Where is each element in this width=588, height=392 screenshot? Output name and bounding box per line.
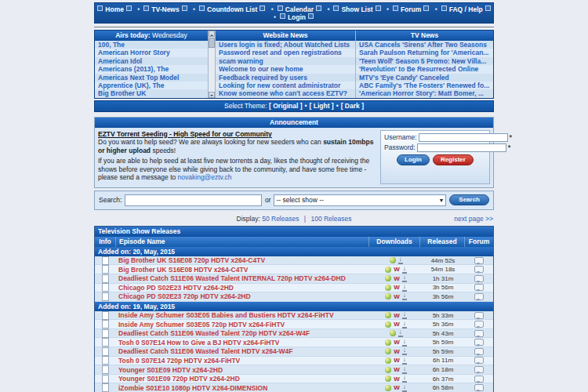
scroll-thumb[interactable] xyxy=(209,38,215,48)
mirror-icon[interactable] xyxy=(394,376,400,383)
episode-link[interactable]: Big Brother UK S16E08 720p HDTV x264-C4T… xyxy=(118,256,265,264)
scroll-down-icon[interactable] xyxy=(209,92,215,98)
magnet-icon[interactable] xyxy=(385,312,391,318)
episode-link[interactable]: Inside Amy Schumer S03E05 720p HDTV x264… xyxy=(118,321,285,328)
download-icon[interactable] xyxy=(398,329,403,337)
info-page-icon[interactable] xyxy=(102,265,109,274)
episode-link[interactable]: Deadliest Catch S11E06 Wasted Talent HDT… xyxy=(118,347,293,355)
download-icon[interactable] xyxy=(402,292,407,300)
magnet-icon[interactable] xyxy=(385,348,391,354)
display-100-link[interactable]: 100 Releases xyxy=(310,215,351,223)
show-link[interactable]: Americas Next Top Model xyxy=(95,74,208,82)
magnet-icon[interactable] xyxy=(385,321,391,328)
download-icon[interactable] xyxy=(402,339,407,347)
scroll-up-icon[interactable] xyxy=(209,31,215,37)
download-icon[interactable] xyxy=(402,311,407,319)
mirror-icon[interactable] xyxy=(394,348,400,355)
download-icon[interactable] xyxy=(398,256,403,264)
mirror-icon[interactable] xyxy=(394,275,400,282)
info-page-icon[interactable] xyxy=(102,375,109,383)
info-page-icon[interactable] xyxy=(102,274,109,283)
tv-news-link[interactable]: USA Cancels 'Sirens' After Two Seasons xyxy=(356,41,493,49)
magnet-icon[interactable] xyxy=(385,358,391,364)
tv-news-link[interactable]: Sarah Paulson Returning for 'American... xyxy=(356,49,493,56)
info-page-icon[interactable] xyxy=(102,320,109,328)
register-button[interactable]: Register xyxy=(433,154,474,165)
nav-item[interactable]: Countdown List xyxy=(191,5,267,13)
magnet-icon[interactable] xyxy=(385,275,391,281)
mirror-icon[interactable] xyxy=(394,366,400,373)
info-page-icon[interactable] xyxy=(102,383,109,392)
episode-link[interactable]: Younger S01E09 HDTV x264-2HD xyxy=(118,366,223,374)
download-icon[interactable] xyxy=(402,274,407,282)
username-field[interactable] xyxy=(419,133,508,142)
forum-comment-icon[interactable] xyxy=(474,284,484,291)
forum-comment-icon[interactable] xyxy=(474,376,484,383)
nav-item[interactable]: Forum xyxy=(385,5,431,13)
tv-news-link[interactable]: MTV's 'Eye Candy' Canceled xyxy=(356,74,493,82)
forum-comment-icon[interactable] xyxy=(474,366,484,373)
episode-link[interactable]: iZombie S01E10 1080p HDTV X264-DIMENSION xyxy=(118,384,267,392)
info-page-icon[interactable] xyxy=(102,311,109,320)
magnet-icon[interactable] xyxy=(385,339,391,346)
mirror-icon[interactable] xyxy=(394,266,400,273)
info-page-icon[interactable] xyxy=(102,256,109,265)
news-link[interactable]: Know someone who can't access EZTV? xyxy=(216,89,355,97)
info-page-icon[interactable] xyxy=(102,356,109,365)
theme-link[interactable]: [ Original ] xyxy=(269,103,303,110)
tv-news-link[interactable]: 'American Horror Story': Matt Bomer, ... xyxy=(356,89,493,97)
theme-link[interactable]: [ Dark ] xyxy=(334,103,364,110)
episode-link[interactable]: Chicago PD S02E23 HDTV x264-2HD xyxy=(118,284,234,292)
theme-link[interactable]: [ Light ] xyxy=(303,103,334,110)
info-page-icon[interactable] xyxy=(102,338,109,347)
show-link[interactable]: Apprentice (UK), The xyxy=(95,82,208,89)
nav-item[interactable]: TV-News xyxy=(136,5,189,13)
magnet-icon[interactable] xyxy=(390,330,396,336)
download-icon[interactable] xyxy=(402,357,407,365)
forum-comment-icon[interactable] xyxy=(474,339,484,346)
show-select[interactable]: -- select show -- ▼ xyxy=(274,194,446,206)
show-link[interactable]: 100, The xyxy=(95,41,208,49)
info-page-icon[interactable] xyxy=(102,292,109,301)
episode-link[interactable]: Chicago PD S02E23 720p HDTV x264-2HD xyxy=(118,292,251,300)
show-link[interactable]: American Idol xyxy=(95,57,208,65)
news-link[interactable]: Welcome to our new home xyxy=(216,65,355,73)
login-button[interactable]: Login xyxy=(397,154,430,165)
news-link[interactable]: Users login is fixed; About Watched List… xyxy=(216,41,355,49)
nav-item[interactable]: Home xyxy=(95,5,134,13)
info-page-icon[interactable] xyxy=(102,347,109,356)
nav-item[interactable]: Calendar xyxy=(270,5,324,13)
forum-comment-icon[interactable] xyxy=(474,266,484,273)
nav-item[interactable]: Login xyxy=(272,13,316,21)
magnet-icon[interactable] xyxy=(385,376,391,382)
nav-item[interactable]: FAQ / Help xyxy=(434,5,493,13)
download-icon[interactable] xyxy=(402,321,407,328)
show-link[interactable]: Big Brother UK xyxy=(95,89,208,97)
mirror-icon[interactable] xyxy=(394,321,400,328)
password-field[interactable] xyxy=(417,143,506,152)
nav-item[interactable]: Show List xyxy=(325,5,383,13)
forum-comment-icon[interactable] xyxy=(474,293,484,300)
mirror-icon[interactable] xyxy=(394,339,400,346)
download-icon[interactable] xyxy=(402,384,407,392)
mirror-icon[interactable] xyxy=(394,312,400,319)
forum-comment-icon[interactable] xyxy=(474,348,484,355)
show-link[interactable]: American Horror Story xyxy=(95,49,208,56)
download-icon[interactable] xyxy=(402,366,407,374)
download-icon[interactable] xyxy=(402,284,407,292)
magnet-icon[interactable] xyxy=(385,385,391,391)
download-icon[interactable] xyxy=(402,347,407,355)
magnet-icon[interactable] xyxy=(385,267,391,273)
magnet-icon[interactable] xyxy=(390,257,396,263)
scroll-track[interactable] xyxy=(209,49,215,92)
info-page-icon[interactable] xyxy=(102,365,109,374)
forum-comment-icon[interactable] xyxy=(474,357,484,364)
magnet-icon[interactable] xyxy=(385,285,391,291)
episode-link[interactable]: Younger S01E09 720p HDTV x264-2HD xyxy=(118,375,240,383)
tv-news-link[interactable]: 'Revolution' to Be Resurrected Online xyxy=(356,65,493,73)
mirror-icon[interactable] xyxy=(394,284,400,291)
search-button[interactable]: Search xyxy=(449,194,489,205)
forum-comment-icon[interactable] xyxy=(474,257,484,264)
info-page-icon[interactable] xyxy=(102,283,109,292)
magnet-icon[interactable] xyxy=(385,293,391,299)
